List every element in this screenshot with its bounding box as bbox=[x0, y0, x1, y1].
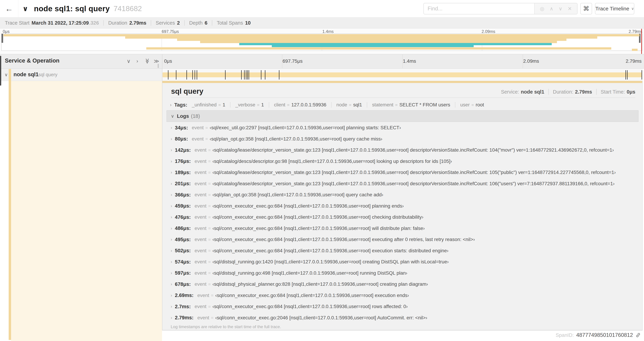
log-entry[interactable]: › 2.7ms: event = ‹sql/conn_executor_exec… bbox=[162, 301, 642, 312]
log-field-value: ‹sql/distsql_running.go:498 [nsql1,clien… bbox=[212, 270, 407, 276]
log-timestamp: 176μs: bbox=[175, 158, 191, 164]
logs-count: (18) bbox=[191, 113, 200, 119]
log-entry[interactable]: › 459μs: event = ‹sql/conn_executor_exec… bbox=[162, 200, 642, 212]
trace-timeline-page: ← ∨ node sql1: sql query 7418682 ◎ ∧ ∨ ✕… bbox=[0, 0, 644, 341]
log-entry[interactable]: › 597μs: event = ‹sql/distsql_running.go… bbox=[162, 267, 642, 279]
timeline-column-header: Service & Operation ∨ › ≫ ≫ ∥ 0μs 697.75… bbox=[0, 54, 644, 69]
log-field-value: ‹sql/conn_executor_exec.go:684 [nsql1,cl… bbox=[215, 293, 409, 298]
collapse-one-icon[interactable]: ∨ bbox=[127, 58, 130, 64]
log-field-key: event bbox=[197, 293, 209, 298]
log-entry[interactable]: › 366μs: event = ‹sql/plan_opt.go:358 [n… bbox=[162, 189, 642, 200]
chevron-down-icon[interactable]: ∨ bbox=[4, 72, 8, 78]
log-marker-tick bbox=[626, 70, 626, 80]
log-entry[interactable]: › 2.69ms: event = ‹sql/conn_executor_exe… bbox=[162, 290, 642, 301]
log-entry[interactable]: › 476μs: event = ‹sql/conn_executor_exec… bbox=[162, 212, 642, 223]
log-entry[interactable]: › 80μs: event = ‹sql/plan_opt.go:358 [ns… bbox=[162, 133, 642, 145]
log-field-key: event bbox=[192, 125, 204, 131]
find-input[interactable] bbox=[424, 3, 534, 14]
tag-item: client = 127.0.0.1:59936 bbox=[274, 102, 332, 108]
chevron-down-icon: ∨ bbox=[171, 114, 174, 119]
log-field-value: ‹sql/conn_executor_exec.go:684 [nsql1,cl… bbox=[212, 304, 408, 309]
span-detail-title: sql query bbox=[171, 87, 204, 96]
minimap-span-bar bbox=[4, 34, 640, 36]
minimap-tick: 0μs bbox=[3, 29, 10, 34]
timeline-tick: 2.09ms bbox=[523, 58, 539, 64]
logs-accordion-header[interactable]: ∨ Logs (18) bbox=[166, 110, 638, 122]
log-timestamp: 502μs: bbox=[175, 248, 191, 253]
chevron-down-icon: ∨ bbox=[631, 7, 634, 11]
log-timestamp: 189μs: bbox=[175, 170, 191, 175]
divider bbox=[171, 98, 635, 98]
log-field-value: ‹sql/conn_executor_exec.go:684 [nsql1,cl… bbox=[212, 226, 425, 231]
log-field-value: ‹sql/catalog/lease/descriptor_version_st… bbox=[212, 147, 614, 153]
log-marker-tick bbox=[246, 70, 246, 80]
log-field-key: event bbox=[194, 147, 206, 153]
log-field-value: ‹sql/distsql_running.go:1420 [nsql1,clie… bbox=[212, 259, 449, 265]
log-entry[interactable]: › 201μs: event = ‹sql/catalog/lease/desc… bbox=[162, 178, 642, 189]
collapse-all-icon[interactable]: ≫ bbox=[144, 58, 150, 64]
minimap-span-bar bbox=[125, 36, 597, 39]
chevron-right-icon: › bbox=[171, 192, 172, 197]
log-entry[interactable]: › 176μs: event = ‹sql/catalog/descs/desc… bbox=[162, 156, 642, 167]
log-field-value: ‹sql/conn_executor_exec.go:684 [nsql1,cl… bbox=[212, 214, 424, 220]
log-marker-tick bbox=[244, 70, 244, 80]
log-timestamp: 459μs: bbox=[175, 203, 191, 209]
minimap-canvas[interactable] bbox=[2, 34, 642, 51]
timeline-tick: 2.79ms bbox=[626, 58, 642, 64]
log-field-value: ‹sql/catalog/descs/descriptor.go:98 [nsq… bbox=[212, 159, 452, 164]
span-row-label[interactable]: ∨ node sql1 sql query bbox=[0, 69, 162, 81]
divider bbox=[212, 20, 212, 26]
clear-search-icon[interactable]: ✕ bbox=[568, 6, 572, 12]
log-entry[interactable]: › 142μs: event = ‹sql/catalog/lease/desc… bbox=[162, 145, 642, 156]
log-entry[interactable]: › 486μs: event = ‹sql/conn_executor_exec… bbox=[162, 223, 642, 234]
log-marker-tick bbox=[225, 70, 226, 80]
expand-one-icon[interactable]: › bbox=[136, 58, 138, 64]
prev-result-icon[interactable]: ∧ bbox=[550, 6, 553, 12]
collapse-trace-button[interactable]: ∨ bbox=[22, 0, 28, 17]
span-service-name: node sql1 bbox=[14, 71, 38, 78]
deep-link-icon[interactable] bbox=[635, 332, 641, 338]
range-scrubber-left[interactable] bbox=[2, 34, 3, 43]
next-result-icon[interactable]: ∨ bbox=[559, 6, 562, 12]
log-entry[interactable]: › 495μs: event = ‹sql/conn_executor_exec… bbox=[162, 234, 642, 245]
log-entry[interactable]: › 574μs: event = ‹sql/distsql_running.go… bbox=[162, 256, 642, 267]
log-entry[interactable]: › 34μs: event = ‹sql/exec_util.go:2297 [… bbox=[162, 122, 642, 133]
log-marker-tick bbox=[247, 70, 248, 80]
chevron-right-icon: › bbox=[171, 215, 172, 220]
log-timestamp: 486μs: bbox=[175, 225, 191, 231]
log-field-key: event bbox=[194, 214, 206, 220]
tags-accordion[interactable]: › Tags: _unfinished = 1 _verbose = 1 bbox=[170, 100, 494, 109]
trace-id: 7418682 bbox=[114, 5, 142, 13]
tag-item: _unfinished = 1 bbox=[192, 102, 230, 108]
chevron-right-icon: › bbox=[171, 125, 172, 130]
back-button[interactable]: ← bbox=[0, 0, 18, 17]
view-selector-label: Trace Timeline bbox=[595, 6, 629, 12]
log-entry[interactable]: › 678μs: event = ‹sql/distsql_physical_p… bbox=[162, 279, 642, 290]
span-row-timeline[interactable] bbox=[162, 69, 642, 81]
chevron-right-icon: › bbox=[171, 137, 172, 141]
left-scrollbar-thumb[interactable] bbox=[0, 56, 1, 86]
span-duration-bar[interactable] bbox=[162, 72, 642, 77]
view-selector-dropdown[interactable]: Trace Timeline ∨ bbox=[595, 3, 634, 14]
log-timestamp: 476μs: bbox=[175, 214, 191, 220]
log-field-key: event bbox=[194, 270, 206, 276]
log-timestamp: 80μs: bbox=[175, 136, 188, 142]
divider bbox=[184, 20, 185, 26]
minimap-tick: 697.75μs bbox=[162, 29, 179, 34]
log-field-key: event bbox=[194, 248, 206, 253]
log-entry[interactable]: › 2.79ms: event = ‹sql/conn_executor_exe… bbox=[162, 312, 642, 323]
stat-depth: Depth 6 bbox=[189, 20, 208, 26]
log-field-value: ‹sql/plan_opt.go:358 [nsql1,client=127.0… bbox=[210, 136, 382, 142]
keyboard-shortcuts-button[interactable]: ⌘ bbox=[580, 3, 592, 14]
column-resizer-grip[interactable]: ∥ bbox=[157, 63, 159, 68]
log-entry[interactable]: › 189μs: event = ‹sql/catalog/lease/desc… bbox=[162, 167, 642, 178]
logs-footnote: Log timestamps are relative to the start… bbox=[171, 324, 281, 329]
span-detail-panel: sql query Service: node sql1 Duration: 2… bbox=[162, 81, 642, 330]
find-box: ◎ ∧ ∨ ✕ bbox=[424, 3, 578, 14]
locate-icon[interactable]: ◎ bbox=[540, 6, 544, 12]
logs-list: › 34μs: event = ‹sql/exec_util.go:2297 [… bbox=[162, 122, 642, 323]
log-entry[interactable]: › 502μs: event = ‹sql/conn_executor_exec… bbox=[162, 245, 642, 256]
timeline-cursor-line bbox=[641, 29, 642, 54]
log-field-value: ‹sql/catalog/lease/descriptor_version_st… bbox=[212, 170, 616, 175]
log-field-key: event bbox=[194, 159, 206, 164]
